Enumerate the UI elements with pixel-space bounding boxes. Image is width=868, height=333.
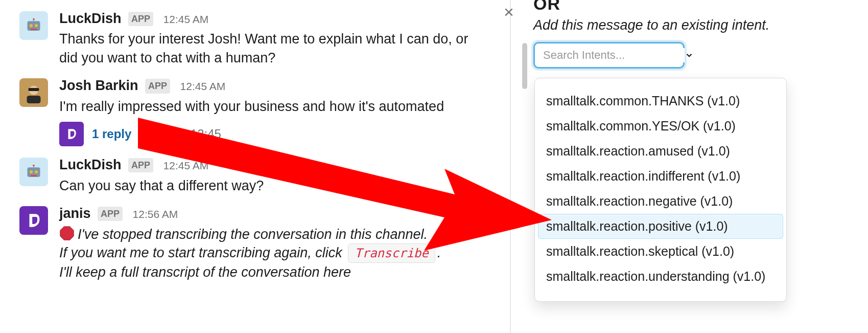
svg-point-1 bbox=[30, 24, 33, 27]
thread-reply-link[interactable]: 1 reply bbox=[92, 126, 131, 142]
avatar-josh bbox=[19, 78, 48, 107]
author-name[interactable]: LuckDish bbox=[59, 11, 122, 26]
janis-icon bbox=[25, 212, 42, 229]
intent-option-highlighted[interactable]: smalltalk.reaction.positive (v1.0) bbox=[538, 214, 783, 239]
svg-marker-16 bbox=[60, 226, 74, 239]
or-heading: OR bbox=[533, 0, 560, 14]
svg-point-2 bbox=[35, 24, 38, 27]
author-name[interactable]: janis bbox=[59, 206, 91, 221]
author-name[interactable]: LuckDish bbox=[59, 157, 122, 172]
intent-search[interactable] bbox=[533, 42, 685, 69]
stop-icon bbox=[59, 226, 75, 241]
message: LuckDish APP 12:45 AM Thanks for your in… bbox=[19, 9, 469, 67]
text-line: . bbox=[437, 245, 441, 260]
timestamp: 12:56 AM bbox=[133, 208, 178, 220]
text-line: I've stopped transcribing the conversati… bbox=[78, 227, 428, 242]
svg-rect-3 bbox=[31, 29, 37, 30]
close-icon[interactable]: × bbox=[504, 2, 514, 22]
message-text: I've stopped transcribing the conversati… bbox=[59, 225, 469, 282]
app-badge: APP bbox=[128, 12, 153, 26]
intent-option[interactable]: smalltalk.common.YES/OK (v1.0) bbox=[535, 114, 786, 139]
svg-point-19 bbox=[863, 203, 864, 204]
scrollbar-thumb[interactable] bbox=[522, 43, 527, 89]
message: Josh Barkin APP 12:45 AM I'm really impr… bbox=[19, 76, 469, 146]
svg-rect-5 bbox=[33, 19, 34, 22]
chat-column: LuckDish APP 12:45 AM Thanks for your in… bbox=[19, 9, 469, 291]
text-line: I'll keep a full transcript of the conve… bbox=[59, 264, 351, 280]
svg-rect-13 bbox=[31, 175, 37, 176]
panel-subtitle: Add this message to an existing intent. bbox=[533, 17, 769, 33]
transcribe-chip[interactable]: Transcribe bbox=[348, 243, 435, 263]
robot-icon bbox=[24, 162, 44, 182]
svg-rect-15 bbox=[33, 166, 34, 168]
svg-point-18 bbox=[860, 203, 861, 204]
person-photo-icon bbox=[21, 80, 46, 105]
intent-option[interactable]: smalltalk.reaction.understanding (v1.0) bbox=[535, 264, 786, 289]
smiley-icon bbox=[855, 197, 868, 212]
timestamp: 12:45 AM bbox=[180, 80, 226, 92]
app-badge: APP bbox=[98, 207, 123, 221]
janis-icon bbox=[65, 127, 78, 141]
intent-option[interactable]: smalltalk.reaction.negative (v1.0) bbox=[535, 189, 786, 214]
svg-rect-8 bbox=[29, 88, 39, 91]
message: LuckDish APP 12:45 AM Can you say that a… bbox=[19, 156, 469, 195]
message: janis APP 12:56 AM I've stopped transcri… bbox=[19, 204, 469, 282]
text-line: If you want me to start transcribing aga… bbox=[59, 245, 346, 260]
intent-dropdown: smalltalk.common.THANKS (v1.0) smalltalk… bbox=[534, 78, 787, 302]
chevron-down-icon[interactable] bbox=[685, 51, 694, 60]
intent-search-input[interactable] bbox=[542, 48, 685, 62]
timestamp: 12:45 AM bbox=[163, 13, 209, 25]
app-badge: APP bbox=[128, 158, 153, 172]
intent-panel: × OR Add this message to an existing int… bbox=[510, 0, 868, 333]
intent-option[interactable]: smalltalk.reaction.amused (v1.0) bbox=[535, 139, 786, 164]
thread-summary[interactable]: 1 reply Today at 12:45 bbox=[59, 122, 469, 146]
thread-avatar bbox=[59, 122, 84, 146]
author-name[interactable]: Josh Barkin bbox=[59, 78, 138, 93]
avatar-luckdish bbox=[19, 11, 48, 40]
svg-point-17 bbox=[856, 198, 868, 210]
avatar-janis bbox=[19, 206, 48, 235]
emoji-button[interactable] bbox=[850, 191, 868, 218]
robot-icon bbox=[24, 15, 44, 36]
svg-point-11 bbox=[30, 170, 33, 173]
intent-option[interactable]: smalltalk.reaction.indifferent (v1.0) bbox=[535, 164, 786, 189]
app-badge: APP bbox=[145, 79, 170, 93]
thread-time: Today at 12:45 bbox=[140, 126, 221, 142]
intent-option[interactable]: smalltalk.reaction.skeptical (v1.0) bbox=[535, 239, 786, 264]
intent-option[interactable]: smalltalk.common.THANKS (v1.0) bbox=[535, 88, 786, 114]
message-text: Thanks for your interest Josh! Want me t… bbox=[59, 30, 469, 67]
svg-rect-9 bbox=[27, 96, 41, 103]
message-text: I'm really impressed with your business … bbox=[59, 97, 469, 116]
message-text: Can you say that a different way? bbox=[59, 176, 469, 195]
svg-point-12 bbox=[35, 170, 38, 173]
avatar-luckdish bbox=[19, 158, 48, 186]
timestamp: 12:45 AM bbox=[163, 160, 209, 171]
